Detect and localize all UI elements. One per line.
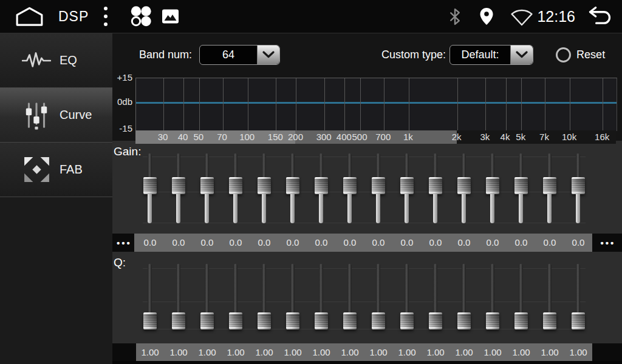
q-slider-thumb[interactable]: [514, 312, 528, 329]
q-slider-thumb[interactable]: [486, 312, 499, 329]
ellipsis-icon: •••: [115, 238, 132, 248]
q-slider[interactable]: [229, 264, 242, 329]
gain-slider[interactable]: [543, 153, 556, 223]
gain-slider-thumb[interactable]: [372, 177, 385, 194]
q-slider[interactable]: [514, 264, 528, 329]
q-slider[interactable]: [258, 264, 271, 329]
q-slider-thumb[interactable]: [286, 312, 299, 329]
sidebar-item-curve[interactable]: Curve: [0, 88, 112, 143]
gain-slider-thumb[interactable]: [429, 177, 442, 194]
gain-slider-thumb[interactable]: [543, 177, 556, 194]
gain-slider-thumb[interactable]: [143, 177, 157, 194]
chevron-down-icon[interactable]: [257, 46, 279, 64]
q-slider[interactable]: [372, 264, 385, 329]
wifi-status: [510, 7, 534, 26]
chevron-down-icon[interactable]: [510, 46, 533, 64]
freq-tick-label: 16k: [595, 130, 609, 144]
gain-slider-cell: [449, 153, 478, 223]
q-slider[interactable]: [429, 264, 442, 329]
q-slider-thumb[interactable]: [200, 312, 214, 329]
gallery-button[interactable]: [162, 9, 179, 24]
q-slider[interactable]: [457, 264, 471, 329]
q-slider-thumb[interactable]: [172, 312, 185, 329]
gain-slider-row: [135, 153, 593, 223]
gain-slider-thumb[interactable]: [486, 177, 499, 194]
gain-slider-thumb[interactable]: [258, 177, 271, 194]
q-slider[interactable]: [143, 264, 157, 329]
q-slider[interactable]: [343, 264, 357, 329]
gain-slider-thumb[interactable]: [172, 177, 185, 194]
gain-value: 0.0: [136, 234, 165, 252]
gain-slider-thumb[interactable]: [400, 177, 414, 194]
sidebar-item-eq[interactable]: EQ: [0, 33, 112, 88]
gain-slider[interactable]: [372, 153, 385, 223]
q-slider-thumb[interactable]: [457, 312, 471, 329]
gain-slider[interactable]: [315, 153, 328, 223]
gain-overflow-left-button[interactable]: •••: [112, 234, 134, 252]
gain-slider[interactable]: [343, 153, 357, 223]
q-slider-thumb[interactable]: [315, 312, 328, 329]
gain-slider[interactable]: [286, 153, 299, 223]
gain-slider[interactable]: [429, 153, 442, 223]
q-slider[interactable]: [400, 264, 414, 329]
freq-tick-label: 4k: [501, 130, 510, 144]
gain-slider-thumb[interactable]: [315, 177, 328, 194]
apps-button[interactable]: [129, 5, 152, 28]
gain-slider-thumb[interactable]: [572, 177, 585, 194]
gain-slider[interactable]: [172, 153, 185, 223]
gain-slider-thumb[interactable]: [514, 177, 528, 194]
q-slider[interactable]: [572, 264, 585, 329]
q-slider[interactable]: [200, 264, 214, 329]
gain-slider-thumb[interactable]: [229, 177, 242, 194]
gain-overflow-right-button[interactable]: •••: [592, 234, 622, 252]
q-slider[interactable]: [486, 264, 499, 329]
q-value: 1.00: [422, 343, 450, 361]
home-button[interactable]: [15, 7, 44, 27]
q-slider-thumb[interactable]: [343, 312, 357, 329]
q-slider-thumb[interactable]: [258, 312, 271, 329]
slider-track-lower: [547, 194, 552, 223]
q-slider-thumb[interactable]: [400, 312, 414, 329]
q-slider-thumb[interactable]: [543, 312, 556, 329]
freq-gridline: [603, 78, 603, 131]
gain-slider[interactable]: [514, 153, 528, 223]
slider-track-upper: [519, 264, 523, 312]
slider-track-lower: [176, 194, 180, 223]
q-slider-thumb[interactable]: [429, 312, 442, 329]
slider-track-upper: [433, 264, 437, 312]
y-axis-label-max: +15: [112, 72, 132, 83]
sidebar-item-fab[interactable]: FAB: [0, 143, 112, 197]
q-slider[interactable]: [315, 264, 328, 329]
q-slider-thumb[interactable]: [372, 312, 385, 329]
custom-type-select[interactable]: Default:: [449, 45, 533, 65]
gain-value: 0.0: [422, 234, 450, 252]
slider-track-upper: [347, 153, 352, 177]
gain-slider[interactable]: [143, 153, 157, 223]
gain-slider-cell: [564, 153, 592, 223]
gain-slider-thumb[interactable]: [343, 177, 357, 194]
location-status: [479, 7, 494, 25]
gain-slider[interactable]: [457, 153, 471, 223]
more-options-button[interactable]: [103, 6, 109, 27]
back-button[interactable]: [584, 6, 613, 27]
q-slider-thumb[interactable]: [572, 312, 585, 329]
reset-button[interactable]: [556, 47, 571, 62]
gain-slider[interactable]: [200, 153, 214, 223]
q-slider-thumb[interactable]: [143, 312, 157, 329]
gain-slider[interactable]: [258, 153, 271, 223]
gain-slider-thumb[interactable]: [200, 177, 214, 194]
band-num-select[interactable]: 64: [199, 45, 280, 65]
gain-slider[interactable]: [400, 153, 414, 223]
y-axis-label-min: -15: [112, 123, 132, 133]
q-slider-thumb[interactable]: [229, 312, 242, 329]
freq-tick-label: 300: [316, 130, 332, 144]
gain-slider-thumb[interactable]: [286, 177, 299, 194]
gain-slider[interactable]: [229, 153, 242, 223]
q-slider[interactable]: [543, 264, 556, 329]
gain-slider[interactable]: [572, 153, 585, 223]
q-slider[interactable]: [172, 264, 185, 329]
q-slider[interactable]: [286, 264, 299, 329]
gain-slider-thumb[interactable]: [457, 177, 471, 194]
slider-track-upper: [233, 153, 238, 177]
gain-slider[interactable]: [486, 153, 499, 223]
